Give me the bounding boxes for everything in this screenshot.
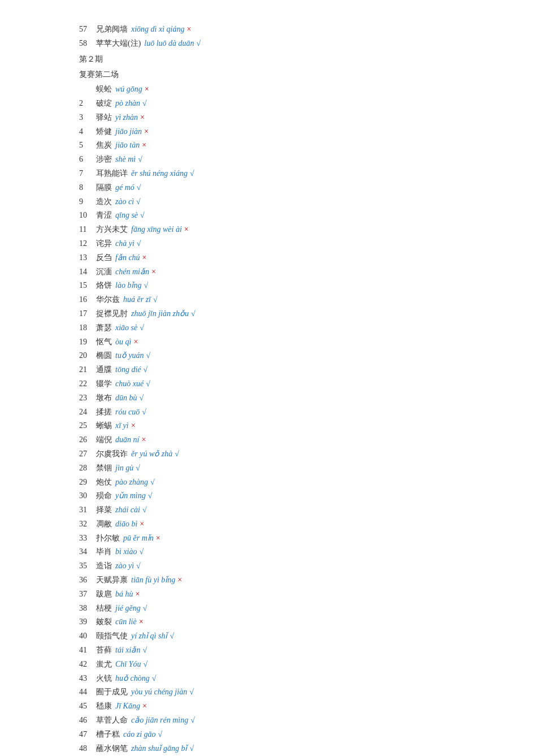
entry-8: 8 隔膜 gé mó √ [79,181,500,195]
entry-2: 2 破绽 pò zhàn √ [79,97,500,110]
entry-14: 14 沉湎 chén miǎn × [79,265,500,279]
entry-15: 15 烙饼 lào bǐng √ [79,279,500,292]
entry-40: 40 颐指气使 yí zhǐ qì shǐ √ [79,629,500,643]
entry-23: 23 墩布 dūn bù √ [79,391,500,405]
entry-6: 6 涉密 shè mì √ [79,153,500,166]
entry-26: 26 端倪 duān ní × [79,433,500,447]
entry-41: 41 苔藓 tái xiǎn √ [79,643,500,657]
entry-13: 13 反刍 fǎn chú × [79,251,500,265]
entry-37: 37 跋扈 bá hù × [79,587,500,601]
entry-3: 3 驿站 yì zhàn × [79,111,500,124]
section-period: 第２期 [79,53,500,66]
entry-29: 29 炮仗 pào zhàng √ [79,476,500,489]
page-content: 57 兄弟阋墙 xiōng dì xì qiáng × 58 苹苹大端(注) l… [79,23,500,756]
entry-16: 16 华尔兹 huá ěr zī √ [79,293,500,306]
entry-7: 7 耳熟能详 ěr shú néng xiáng √ [79,167,500,180]
entry-5: 5 焦炭 jiāo tàn × [79,139,500,152]
entry-34: 34 毕肖 bì xiào √ [79,545,500,559]
entry-31: 31 择菜 zhái cài √ [79,503,500,517]
entry-32: 32 凋敝 diāo bì × [79,517,500,531]
entry-4: 4 矫健 jiāo jiàn × [79,125,500,139]
entry-57: 57 兄弟阋墙 xiōng dì xì qiáng × [79,23,500,36]
entry-47: 47 槽子糕 cáo zi gāo √ [79,728,500,741]
entry-19: 19 怄气 òu qì × [79,335,500,349]
entry-48: 48 蘸水钢笔 zhàn shuǐ gāng bǐ √ [79,742,500,755]
entry-45: 45 嵇康 Jī Kāng × [79,699,500,713]
entry-25: 25 蜥蜴 xī yì × [79,419,500,433]
entry-21: 21 通牒 tōng dié √ [79,363,500,377]
entry-46: 46 草菅人命 cǎo jiān rén mìng √ [79,714,500,727]
entry-38: 38 桔梗 jié gěng √ [79,602,500,615]
entry-10: 10 青涩 qīng sè √ [79,209,500,222]
entry-9: 9 造次 zào cì √ [79,195,500,209]
entry-20: 20 椭圆 tuǒ yuán √ [79,349,500,362]
entry-12: 12 诧异 chà yì √ [79,237,500,250]
entry-24: 24 揉搓 róu cuō √ [79,405,500,419]
entry-43: 43 火铳 huǒ chòng √ [79,672,500,685]
entry-18: 18 萧瑟 xiāo sè √ [79,321,500,335]
entry-33: 33 扑尔敏 pū ěr mǐn × [79,532,500,545]
entry-42: 42 蚩尤 Chī Yóu √ [79,658,500,671]
entry-39: 39 皴裂 cūn liè × [79,615,500,629]
entry-17: 17 捉襟见肘 zhuō jīn jiàn zhǒu √ [79,307,500,321]
entry-28: 28 禁锢 jìn gù √ [79,461,500,475]
section-round: 复赛第二场 [79,68,500,81]
entry-11: 11 方兴未艾 fāng xīng wèi ài × [79,223,500,236]
entry-58: 58 苹苹大端(注) luō luō dà duān √ [79,37,500,50]
entry-27: 27 尔虞我诈 ěr yú wǒ zhà √ [79,447,500,461]
entry-35: 35 造诣 zào yì √ [79,559,500,573]
entry-30: 30 殒命 yǔn mìng √ [79,489,500,503]
entry-22: 22 辍学 chuò xué √ [79,377,500,391]
entry-36: 36 天赋异禀 tiān fù yì bǐng × [79,573,500,587]
entry-44: 44 囿于成见 yòu yú chéng jiàn √ [79,685,500,699]
entry-1: 蜈蚣 wú gōng × [79,83,500,96]
